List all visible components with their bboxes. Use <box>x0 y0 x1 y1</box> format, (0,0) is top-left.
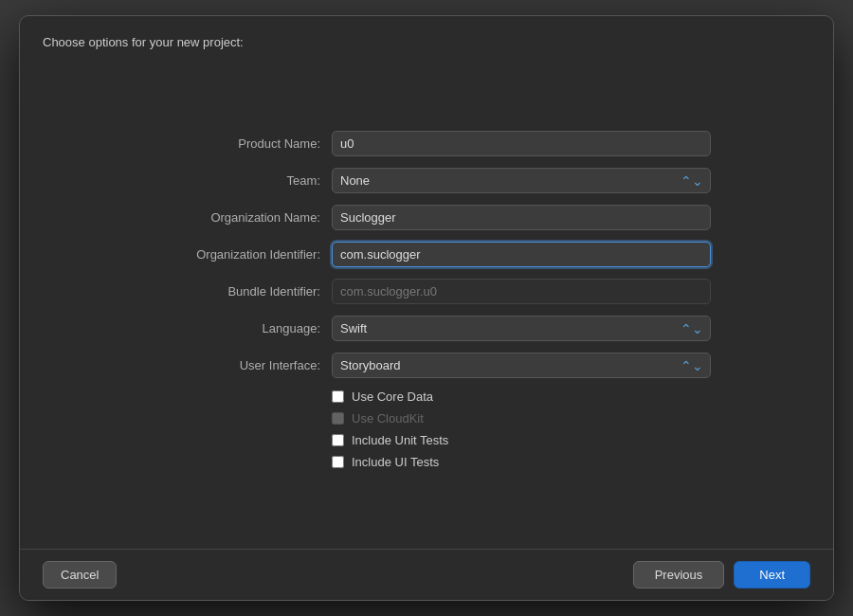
use-core-data-row: Use Core Data <box>142 390 711 404</box>
team-row: Team: None Personal Team ⌃⌄ <box>142 168 711 193</box>
include-unit-tests-checkbox[interactable] <box>332 434 344 446</box>
use-core-data-checkbox[interactable] <box>332 390 344 403</box>
team-select-wrapper: None Personal Team ⌃⌄ <box>332 168 711 193</box>
org-name-input[interactable] <box>332 205 711 230</box>
new-project-dialog: Choose options for your new project: Pro… <box>19 15 834 601</box>
form-area: Product Name: Team: None Personal Team ⌃… <box>142 131 711 477</box>
include-unit-tests-label[interactable]: Include Unit Tests <box>352 433 448 447</box>
team-select[interactable]: None Personal Team <box>332 168 711 193</box>
dialog-footer: Cancel Previous Next <box>20 549 833 600</box>
include-ui-tests-label[interactable]: Include UI Tests <box>352 455 439 469</box>
use-cloudkit-checkbox <box>332 412 344 425</box>
org-identifier-input[interactable] <box>332 242 711 267</box>
language-select-wrapper: Swift Objective-C ⌃⌄ <box>332 316 711 341</box>
use-cloudkit-row: Use CloudKit <box>142 411 711 426</box>
product-name-row: Product Name: <box>142 131 711 156</box>
previous-button[interactable]: Previous <box>633 561 725 589</box>
language-select[interactable]: Swift Objective-C <box>332 316 711 341</box>
user-interface-row: User Interface: Storyboard SwiftUI ⌃⌄ <box>142 353 711 378</box>
user-interface-select[interactable]: Storyboard SwiftUI <box>332 353 711 378</box>
user-interface-select-wrapper: Storyboard SwiftUI ⌃⌄ <box>332 353 711 378</box>
org-name-row: Organization Name: <box>142 205 711 230</box>
org-identifier-row: Organization Identifier: <box>142 242 711 267</box>
use-cloudkit-label: Use CloudKit <box>352 411 424 426</box>
language-label: Language: <box>142 321 332 335</box>
language-row: Language: Swift Objective-C ⌃⌄ <box>142 316 711 341</box>
dialog-content: Product Name: Team: None Personal Team ⌃… <box>20 59 833 549</box>
bundle-identifier-label: Bundle Identifier: <box>142 284 332 299</box>
include-ui-tests-checkbox[interactable] <box>332 456 344 468</box>
product-name-input[interactable] <box>332 131 711 156</box>
team-label: Team: <box>142 173 332 188</box>
product-name-label: Product Name: <box>142 136 332 151</box>
include-unit-tests-row: Include Unit Tests <box>142 433 711 447</box>
user-interface-label: User Interface: <box>142 358 332 372</box>
use-core-data-label[interactable]: Use Core Data <box>352 390 433 404</box>
next-button[interactable]: Next <box>734 561 810 589</box>
include-ui-tests-row: Include UI Tests <box>142 455 711 469</box>
footer-right: Previous Next <box>633 561 810 589</box>
dialog-title: Choose options for your new project: <box>20 16 833 59</box>
org-name-label: Organization Name: <box>142 210 332 225</box>
cancel-button[interactable]: Cancel <box>43 561 117 589</box>
bundle-identifier-row: Bundle Identifier: <box>142 279 711 304</box>
org-identifier-label: Organization Identifier: <box>142 247 332 262</box>
bundle-identifier-input <box>332 279 711 304</box>
